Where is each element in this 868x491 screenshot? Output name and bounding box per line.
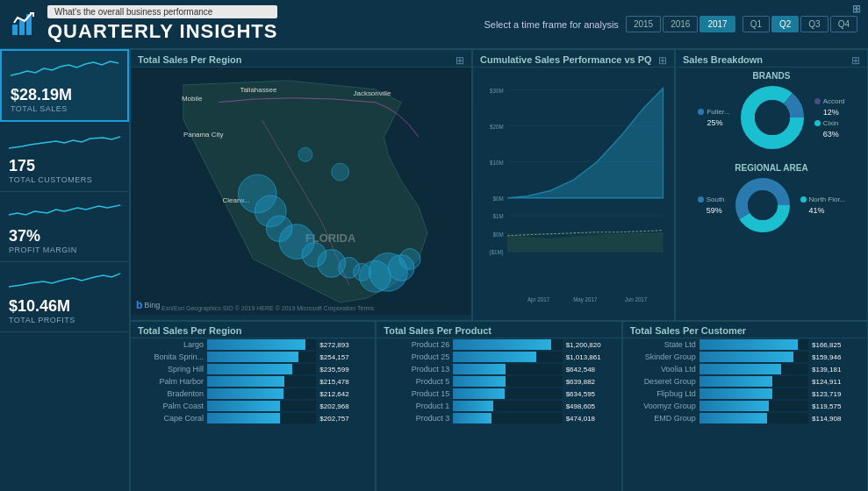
region-south-legend: South <box>698 196 725 203</box>
bar-track <box>453 388 562 399</box>
svg-text:May 2017: May 2017 <box>573 295 597 303</box>
bar-fill <box>453 376 506 387</box>
bar-label: Product 26 <box>384 340 449 349</box>
svg-text:Jacksonville: Jacksonville <box>354 89 391 97</box>
customer-bar-panel: Total Sales Per Customer ⊞ State Ltd $16… <box>622 321 868 491</box>
map-footer: Esri/Esri Geographics SIO © 2019 HERE © … <box>161 305 374 311</box>
bar-track <box>207 388 316 399</box>
svg-text:Mobile: Mobile <box>182 95 203 103</box>
bar-track <box>207 364 316 374</box>
bar-value: $202,968 <box>319 402 368 410</box>
regional-donut-container: South 59% <box>683 174 860 236</box>
time-selector: Select a time frame for analysis 2015 20… <box>484 16 857 32</box>
bar-value: $639,882 <box>566 378 614 386</box>
customer-bar-filter-icon[interactable]: ⊞ <box>852 3 861 15</box>
bar-label: Product 1 <box>384 402 449 410</box>
svg-point-47 <box>748 190 778 220</box>
bar-value: $235,599 <box>319 366 368 374</box>
bar-label: Bonita Sprin... <box>138 352 204 361</box>
brand-accord-pct-val: 12% <box>823 108 839 117</box>
svg-text:$10M: $10M <box>490 159 504 165</box>
table-row: Cape Coral $202,757 <box>131 412 375 424</box>
q4-btn[interactable]: Q4 <box>830 16 857 32</box>
bar-track <box>453 364 562 374</box>
table-row: State Ltd $166,825 <box>623 338 867 351</box>
sparkline-customers <box>9 129 120 153</box>
kpi-profit-margin[interactable]: 37% Profit Margin <box>0 192 129 262</box>
kpi-total-sales[interactable]: $28.19M Total Sales <box>0 49 129 122</box>
bar-fill <box>699 339 798 350</box>
sparkline-margin <box>9 199 120 224</box>
page-title: QUARTERLY INSIGHTS <box>47 20 277 43</box>
svg-text:$20M: $20M <box>490 123 504 129</box>
bar-track <box>699 388 808 399</box>
bar-value: $1,200,820 <box>566 341 614 349</box>
brand-fuller-dot <box>698 109 704 115</box>
bar-fill <box>453 352 535 362</box>
q1-btn[interactable]: Q1 <box>742 16 770 32</box>
sparkline-profits <box>9 269 120 294</box>
kpi-margin-label: Profit Margin <box>9 246 120 254</box>
brands-section: BRANDS Fuller... 25% <box>676 68 867 156</box>
year-2017-btn[interactable]: 2017 <box>699 16 735 32</box>
brands-donut-svg <box>737 82 807 153</box>
bar-label: Palm Coast <box>138 402 204 410</box>
kpi-sales-value: $28.19M <box>11 86 118 104</box>
svg-text:$30M: $30M <box>490 87 504 93</box>
year-2016-btn[interactable]: 2016 <box>663 16 698 32</box>
breakdown-filter-icon[interactable]: ⊞ <box>851 54 860 67</box>
kpi-total-customers[interactable]: 175 Total Customers <box>0 122 129 192</box>
bar-fill <box>453 401 493 411</box>
table-row: Product 13 $642,548 <box>377 363 621 375</box>
bar-fill <box>207 388 283 399</box>
bar-value: $166,825 <box>812 341 860 349</box>
florida-map-svg: Mobile Tallahassee Jacksonville Panama C… <box>131 68 471 315</box>
table-row: Voolia Ltd $139,181 <box>623 363 867 375</box>
bar-fill <box>453 388 504 399</box>
header: What's the overall business performance … <box>0 0 868 49</box>
bar-label: Largo <box>138 340 204 349</box>
bar-value: $498,605 <box>566 402 614 410</box>
table-row: Bradenton $212,642 <box>131 388 375 400</box>
q2-btn[interactable]: Q2 <box>771 16 799 32</box>
svg-point-21 <box>399 249 420 270</box>
bar-label: EMD Group <box>630 414 696 423</box>
map-filter-icon[interactable]: ⊞ <box>456 54 464 67</box>
bar-value: $119,575 <box>812 402 860 410</box>
map-panel: Total Sales Per Region ⊞ Mobile <box>130 49 472 321</box>
table-row: Largo $272,893 <box>131 338 375 351</box>
q3-btn[interactable]: Q3 <box>800 16 828 32</box>
year-2015-btn[interactable]: 2015 <box>626 16 661 32</box>
bar-label: Cape Coral <box>138 414 204 423</box>
regional-section: REGIONAL AREA South 59% <box>676 160 867 239</box>
table-row: Deseret Group $124,911 <box>623 375 867 388</box>
svg-text:Tallahassee: Tallahassee <box>240 86 277 94</box>
kpi-profits-value: $10.46M <box>9 297 120 316</box>
table-row: Skinder Group $159,946 <box>623 351 867 363</box>
cumulative-filter-icon[interactable]: ⊞ <box>658 54 667 67</box>
table-row: Palm Harbor $215,478 <box>131 375 375 388</box>
brand-fuller-pct: 25% <box>698 118 729 127</box>
table-row: EMD Group $114,908 <box>623 412 867 424</box>
bar-label: Product 25 <box>384 352 449 361</box>
regional-donut-svg <box>732 174 793 236</box>
brand-accord-label: Accord <box>823 97 845 105</box>
svg-text:Jun 2017: Jun 2017 <box>625 295 648 302</box>
svg-text:$0M: $0M <box>493 195 504 201</box>
table-row: Spring Hill $235,599 <box>131 363 375 375</box>
header-left: What's the overall business performance … <box>11 5 277 43</box>
svg-rect-0 <box>12 25 18 35</box>
brands-legend-right: Accord 12% Cixin 63% <box>814 97 845 139</box>
bar-track <box>453 401 562 411</box>
region-north-pct-val: 41% <box>809 206 825 215</box>
bar-label: Skinder Group <box>630 352 696 361</box>
bing-logo: b <box>136 299 142 311</box>
svg-text:$1M: $1M <box>493 213 504 219</box>
brands-title: BRANDS <box>683 71 860 81</box>
kpi-total-profits[interactable]: $10.46M Total Profits <box>0 262 129 332</box>
bar-label: Product 3 <box>384 414 449 423</box>
brand-accord-pct: 12% <box>814 108 845 117</box>
bar-value: $139,181 <box>812 366 860 374</box>
bar-track <box>207 339 316 350</box>
regional-title: REGIONAL AREA <box>683 163 860 173</box>
